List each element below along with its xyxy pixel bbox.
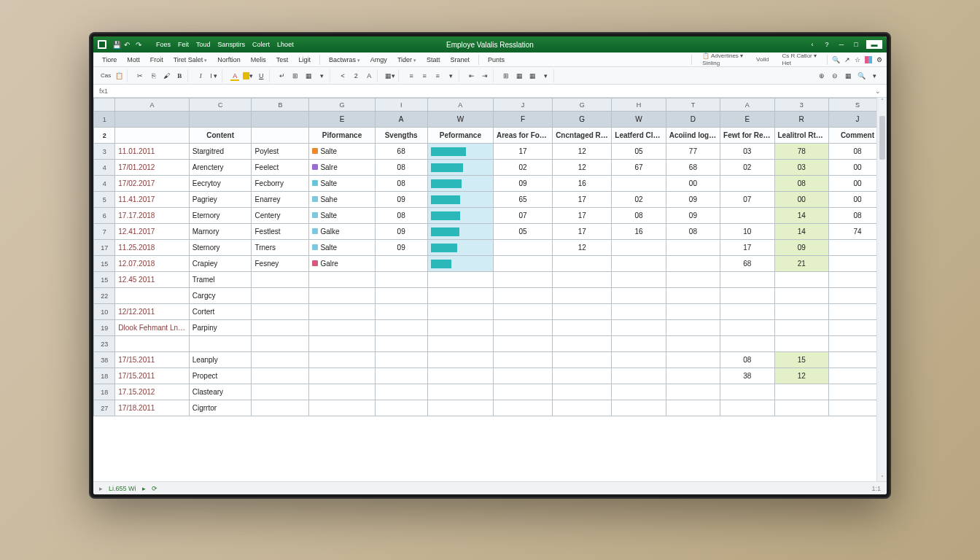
copy-icon[interactable]: ⎘ (148, 71, 158, 81)
cell[interactable]: Dlook Fehmant Lnchesl (115, 320, 189, 336)
save-icon[interactable]: 💾 (112, 41, 120, 48)
cell[interactable]: 09 (774, 240, 828, 256)
cell[interactable]: Propect (189, 368, 252, 384)
formula-expand-icon[interactable]: ⌄ (875, 88, 881, 95)
cell[interactable] (375, 256, 427, 272)
cell[interactable] (252, 272, 309, 288)
cell[interactable] (309, 352, 375, 368)
palette-icon[interactable] (865, 56, 872, 63)
cell[interactable] (189, 336, 252, 352)
cell[interactable]: 16 (553, 176, 612, 192)
font-color-button[interactable]: A (230, 71, 240, 81)
cell[interactable]: 08 (612, 208, 666, 224)
cell[interactable] (427, 288, 493, 304)
cell[interactable]: 14 (774, 224, 828, 240)
cell[interactable]: 17.17.2018 (115, 208, 189, 224)
cell[interactable] (252, 400, 309, 416)
cell[interactable] (427, 160, 493, 176)
row-header[interactable]: 19 (94, 320, 115, 336)
cell[interactable]: 68 (720, 256, 774, 272)
cell[interactable] (252, 352, 309, 368)
cell[interactable]: Crapiey (189, 256, 252, 272)
ribbon-help-icon[interactable]: ? (822, 40, 831, 49)
cell[interactable] (774, 384, 828, 400)
cell[interactable]: Fesney (252, 256, 309, 272)
cell[interactable]: Sternory (189, 240, 252, 256)
cell[interactable] (252, 320, 309, 336)
cell[interactable] (720, 384, 774, 400)
cell[interactable]: Sahe (309, 192, 375, 208)
cell[interactable]: Poylest (252, 144, 309, 160)
cell[interactable]: Trners (252, 240, 309, 256)
column-title-cell[interactable]: Lealitrol Rteing (774, 128, 828, 144)
cell[interactable] (375, 336, 427, 352)
cell[interactable] (427, 256, 493, 272)
cell[interactable]: Parpiny (189, 320, 252, 336)
row-header[interactable]: 17 (94, 240, 115, 256)
cell[interactable] (309, 288, 375, 304)
cell[interactable]: Salte (309, 144, 375, 160)
column-header[interactable]: J (493, 98, 552, 112)
cell[interactable]: W (612, 112, 666, 128)
delete-icon[interactable]: ⊖ (830, 71, 840, 81)
cut-icon[interactable]: ✂ (135, 71, 145, 81)
cell[interactable]: 17 (553, 224, 612, 240)
cell[interactable]: Galre (309, 256, 375, 272)
cell[interactable] (612, 288, 666, 304)
cell[interactable] (427, 384, 493, 400)
scroll-up-icon[interactable]: ˄ (881, 98, 884, 104)
row-header[interactable]: 22 (94, 288, 115, 304)
cell[interactable] (666, 256, 720, 272)
redo-icon[interactable]: ↷ (136, 41, 143, 48)
cell[interactable]: 17/15.2011 (115, 352, 189, 368)
cell[interactable] (427, 304, 493, 320)
cell[interactable]: 00 (774, 192, 828, 208)
cell[interactable] (612, 176, 666, 192)
table-icon[interactable]: ▦ (303, 71, 314, 81)
cell[interactable] (252, 288, 309, 304)
cell[interactable] (666, 272, 720, 288)
scroll-down-icon[interactable]: ˅ (881, 475, 884, 481)
indent-decrease-icon[interactable]: ⇤ (467, 71, 477, 81)
cell[interactable] (612, 272, 666, 288)
cell[interactable] (252, 112, 309, 128)
cell[interactable] (666, 240, 720, 256)
cell[interactable] (493, 256, 552, 272)
cell[interactable]: 11.41.2017 (115, 192, 189, 208)
cell[interactable] (375, 304, 427, 320)
cell[interactable]: A (375, 112, 427, 128)
cell[interactable] (666, 384, 720, 400)
select-all-corner[interactable] (94, 98, 115, 112)
menu-norftion[interactable]: Norftion (213, 55, 245, 65)
menu-tiore[interactable]: Tiore (98, 55, 121, 65)
cell[interactable]: Fecborry (252, 176, 309, 192)
menu-froit[interactable]: Froit (146, 55, 168, 65)
row-header[interactable]: 18 (94, 368, 115, 384)
cell[interactable]: 08 (375, 160, 427, 176)
cell[interactable] (252, 368, 309, 384)
column-title-cell[interactable]: Peformance (427, 128, 493, 144)
border-icon[interactable]: ▦▾ (385, 71, 395, 81)
cell[interactable]: Clasteary (189, 384, 252, 400)
chevron-down-icon[interactable]: ▾ (446, 71, 456, 81)
cell[interactable] (553, 272, 612, 288)
row-header[interactable]: 4 (94, 176, 115, 192)
cell[interactable] (493, 368, 552, 384)
cell[interactable]: 05 (493, 224, 552, 240)
cell[interactable] (427, 192, 493, 208)
cell[interactable]: 17/02.2017 (115, 176, 189, 192)
cell[interactable]: Feelect (252, 160, 309, 176)
cell[interactable] (553, 384, 612, 400)
minimize-icon[interactable]: ─ (837, 40, 846, 49)
column-header[interactable]: 3 (774, 98, 828, 112)
cell[interactable]: Salre (309, 160, 375, 176)
column-header[interactable]: I (375, 98, 427, 112)
column-header[interactable]: G (553, 98, 612, 112)
spreadsheet-grid[interactable]: ACBGIAJGHTA3S 1EAWFGWDERJ2ContentPiforma… (93, 98, 887, 481)
cell[interactable] (774, 288, 828, 304)
cell[interactable] (666, 352, 720, 368)
search-icon[interactable]: 🔍 (856, 71, 866, 81)
cell[interactable] (774, 400, 828, 416)
cell[interactable] (774, 320, 828, 336)
row-header[interactable]: 3 (94, 144, 115, 160)
